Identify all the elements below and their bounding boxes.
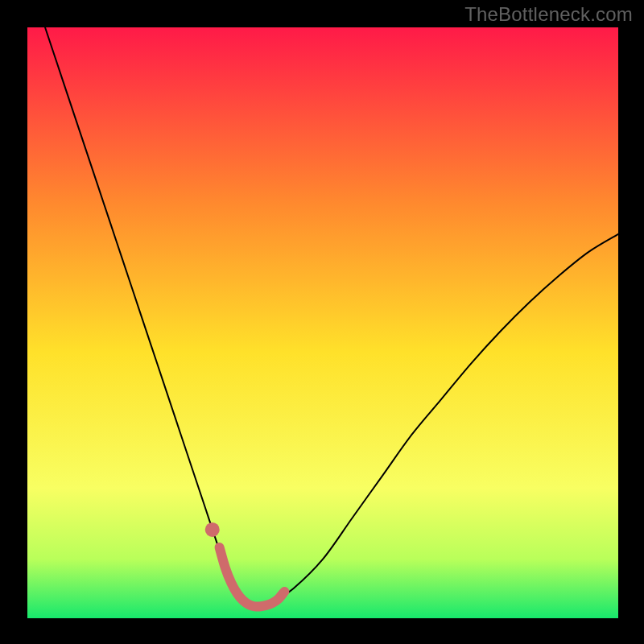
highlight-dot [205,522,220,537]
bottleneck-chart [0,0,644,644]
plot-background [27,27,618,618]
watermark-text: TheBottleneck.com [464,3,633,26]
chart-stage: TheBottleneck.com [0,0,644,644]
